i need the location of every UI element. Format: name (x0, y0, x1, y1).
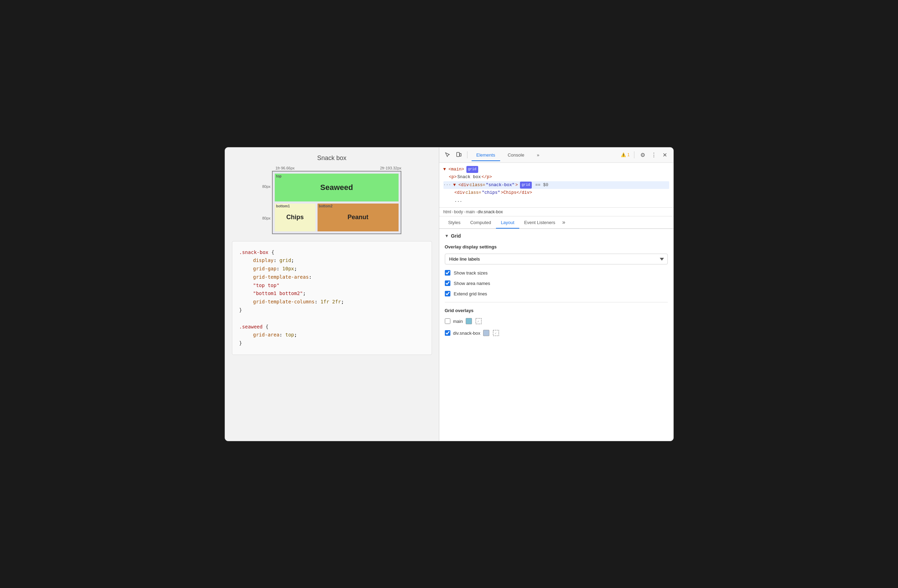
dom-attr-class-val: "snack-box" (486, 181, 515, 189)
chips-label: Chips (286, 214, 304, 221)
breadcrumb-html[interactable]: html (443, 209, 451, 214)
checkbox-track-sizes-label: Show track sizes (454, 270, 488, 276)
row-label-1: 80px (262, 185, 271, 189)
cell-chips: bottom1 Chips (275, 203, 315, 231)
cell-seaweed: top Seaweed (275, 174, 398, 202)
device-icon[interactable] (455, 151, 463, 159)
grid-section-title: Grid (451, 233, 461, 239)
checkbox-extend-lines-label: Extend grid lines (454, 291, 487, 296)
chips-area-label: bottom1 (276, 204, 290, 208)
dom-tag-chips: <div (455, 189, 465, 197)
dom-row-p[interactable]: <p> Snack box </p> (443, 173, 669, 181)
tab-styles[interactable]: Styles (443, 217, 465, 229)
grid-title: Snack box (317, 154, 346, 162)
right-panel: Elements Console » ⚠️ 1 ⚙ ⋮ ✕ ▼ <main> g… (439, 148, 674, 441)
overlay-main-icon[interactable] (475, 317, 482, 325)
panel-tab-more[interactable]: » (560, 216, 567, 228)
section-arrow: ▼ (445, 234, 449, 238)
dom-attr-chips-class: class= (466, 189, 481, 197)
svg-rect-0 (457, 152, 460, 157)
breadcrumb-snackbox[interactable]: div.snack-box (478, 209, 503, 214)
breadcrumb-sep-1: › (452, 209, 453, 214)
dom-tag-div-close: > (515, 181, 518, 189)
svg-rect-1 (460, 154, 461, 156)
overlay-main-checkbox[interactable] (445, 319, 451, 324)
devtools-toolbar: Elements Console » ⚠️ 1 ⚙ ⋮ ✕ (439, 148, 674, 163)
panel-content: ▼ Grid Overlay display settings Hide lin… (439, 229, 674, 441)
grid-outer: 1fr·96.66px 2fr·193.32px 80px 80px top S… (262, 166, 401, 234)
tab-event-listeners[interactable]: Event Listeners (519, 217, 560, 229)
grid-rows-wrapper: 80px 80px top Seaweed bottom1 Chips (262, 171, 401, 234)
dropdown-row: Hide line labels Show line numbers Show … (445, 254, 668, 265)
dom-attr-class: class= (469, 181, 485, 189)
left-panel: Snack box 1fr·96.66px 2fr·193.32px 80px … (225, 148, 439, 441)
line-labels-dropdown[interactable]: Hide line labels Show line numbers Show … (445, 254, 668, 265)
dom-more-text: ... (455, 197, 463, 205)
dom-equals-zero: == $0 (535, 181, 549, 189)
inspect-icon[interactable] (443, 151, 452, 159)
col-label-1: 1fr·96.66px (275, 166, 295, 170)
dom-row-snackbox[interactable]: ··· ▼ <div class= "snack-box" > grid == … (443, 181, 669, 189)
dom-row-chips[interactable]: <div class= "chips" >Chips</div> (443, 189, 669, 197)
settings-icon[interactable]: ⚙ (638, 151, 647, 159)
tab-computed[interactable]: Computed (465, 217, 496, 229)
section-divider (445, 302, 668, 302)
col-label-2: 2fr·193.32px (380, 166, 401, 170)
tab-more[interactable]: » (532, 149, 544, 161)
seaweed-area-label: top (276, 174, 282, 178)
checkbox-area-names-input[interactable] (445, 280, 451, 286)
seaweed-label: Seaweed (320, 183, 353, 192)
checkbox-track-sizes: Show track sizes (445, 270, 668, 276)
tab-console[interactable]: Console (503, 149, 529, 161)
overlay-snackbox-label: div.snack-box (453, 331, 481, 336)
row-labels: 80px 80px (262, 171, 271, 234)
browser-window: Snack box 1fr·96.66px 2fr·193.32px 80px … (224, 147, 674, 441)
dom-tag-chips-close: >Chips</div> (501, 189, 532, 197)
cell-peanut: bottom2 Peanut (318, 203, 398, 231)
breadcrumb-main[interactable]: main (466, 209, 475, 214)
dom-row-main[interactable]: ▼ <main> grid (443, 166, 669, 174)
more-options-icon[interactable]: ⋮ (650, 151, 658, 159)
dom-attr-chips-val: "chips" (482, 189, 500, 197)
breadcrumb-body[interactable]: body (454, 209, 463, 214)
warning-count: 1 (627, 152, 630, 157)
dom-tree: ▼ <main> grid <p> Snack box </p> ··· ▼ <… (439, 163, 674, 208)
code-panel: .snack-box { display: grid; grid-gap: 10… (232, 241, 432, 355)
checkbox-extend-lines-input[interactable] (445, 291, 451, 296)
breadcrumb-sep-3: › (475, 209, 477, 214)
dom-tag-main: ▼ <main> (443, 166, 464, 174)
breadcrumb-sep-2: › (464, 209, 465, 214)
breadcrumb: html › body › main › div.snack-box (439, 208, 674, 216)
warning-badge: ⚠️ 1 (621, 152, 630, 157)
toolbar-divider-1 (467, 151, 467, 158)
checkbox-extend-lines: Extend grid lines (445, 291, 668, 296)
dom-row-more: ... (443, 197, 669, 205)
overlay-settings: Overlay display settings Hide line label… (445, 244, 668, 296)
row-label-2: 80px (262, 216, 271, 220)
dom-tag-p: <p> (449, 173, 457, 181)
overlay-main-color (466, 318, 472, 324)
tab-elements[interactable]: Elements (472, 149, 500, 161)
overlay-snackbox-icon[interactable] (492, 329, 500, 337)
checkbox-track-sizes-input[interactable] (445, 270, 451, 276)
checkbox-area-names: Show area names (445, 280, 668, 286)
tab-layout[interactable]: Layout (496, 217, 519, 229)
peanut-area-label: bottom2 (319, 204, 332, 208)
grid-preview: Snack box 1fr·96.66px 2fr·193.32px 80px … (232, 154, 432, 234)
warning-icon: ⚠️ (621, 152, 626, 157)
checkbox-area-names-label: Show area names (454, 281, 491, 286)
grid-box: top Seaweed bottom1 Chips bottom2 Peanut (272, 171, 401, 234)
overlay-main-label: main (453, 319, 463, 324)
overlay-snackbox: div.snack-box (445, 329, 668, 337)
grid-overlays-title: Grid overlays (445, 308, 668, 313)
overlay-snackbox-checkbox[interactable] (445, 330, 451, 336)
panel-tabs: Styles Computed Layout Event Listeners » (439, 216, 674, 229)
dom-tag-div-open: ▼ <div (453, 181, 469, 189)
column-labels: 1fr·96.66px 2fr·193.32px (262, 166, 401, 170)
dom-tag-p-close: </p> (482, 173, 492, 181)
grid-overlays-section: Grid overlays main div (445, 308, 668, 337)
overlay-snackbox-color (483, 330, 489, 336)
peanut-label: Peanut (348, 214, 368, 221)
dom-ellipsis: ··· (443, 181, 451, 189)
close-icon[interactable]: ✕ (661, 151, 669, 159)
